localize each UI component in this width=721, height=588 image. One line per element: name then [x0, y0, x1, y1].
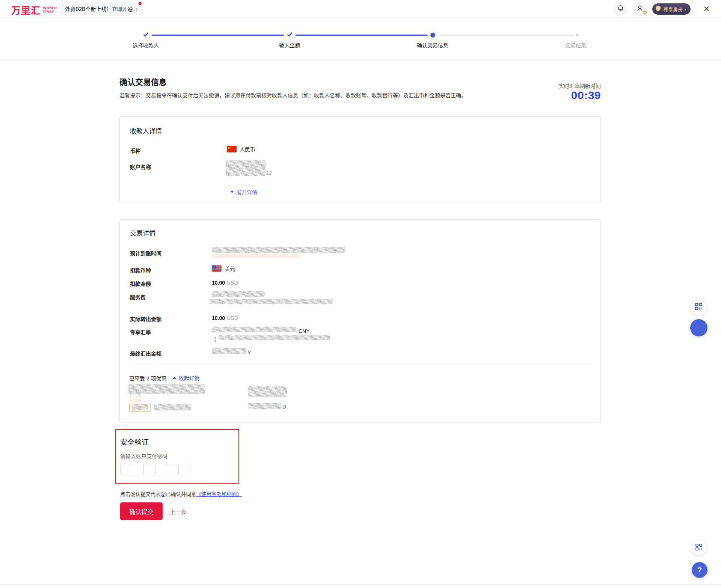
header-actions: 尊享身份 › ✕	[613, 2, 711, 17]
step4-future-dot	[576, 34, 578, 36]
debit-amount-currency: USD	[227, 280, 238, 286]
exchange-rate-label: 专享汇率	[130, 328, 151, 336]
notifications-button[interactable]	[613, 2, 627, 16]
payee-details-card: 收款人详情 币种 人民币 账户名称 12 展开详情	[119, 116, 601, 202]
header-divider	[696, 4, 696, 14]
final-amount-label: 最终汇出金额	[130, 350, 161, 357]
caret-down-icon	[230, 191, 234, 193]
collapse-details-link[interactable]: 收起详情	[173, 374, 200, 381]
step-label-result: 交易结果	[542, 41, 609, 49]
eta-redacted	[212, 247, 345, 253]
account-button[interactable]	[633, 2, 647, 16]
transaction-details-card: 交易详情 预计到账时间 扣款币种 美元 扣款金额 10.00 USD 服务费 实…	[119, 219, 601, 422]
debit-currency-value: 美元	[212, 265, 235, 272]
progress-segment	[296, 35, 428, 36]
rate-refresh-label: 实时汇率刷新时间	[559, 82, 601, 89]
payment-password-input	[120, 464, 190, 475]
qr-code-button[interactable]	[692, 541, 706, 555]
promo1-tag	[130, 395, 141, 401]
b2b-promo-banner[interactable]: 外贸B2B全新上线！立即开通 ›	[58, 2, 144, 15]
currency-label: 币种	[130, 147, 140, 154]
notification-dot	[139, 2, 142, 5]
step2-check-icon	[287, 31, 293, 36]
service-fee-label: 服务费	[130, 293, 146, 301]
help-button[interactable]: ?	[692, 562, 707, 578]
promo1-value-redacted	[248, 386, 287, 397]
pin-box-6[interactable]	[178, 464, 190, 475]
promo2-description-redacted	[154, 404, 191, 410]
page-title: 确认交易信息	[119, 76, 167, 87]
progress-segment-upcoming	[438, 35, 574, 36]
terms-link[interactable]: 《使用条款和细则》	[196, 492, 242, 497]
service-fee-redacted	[209, 299, 333, 304]
debit-currency-label: 扣款币种	[130, 266, 151, 274]
us-flag-icon	[212, 265, 222, 272]
eta-label: 预计到账时间	[130, 249, 161, 257]
logo-cn-text: 万里汇	[11, 3, 41, 17]
pin-box-2[interactable]	[132, 464, 144, 475]
actual-amount-value: 10.00 USD	[212, 315, 238, 321]
currency-text: 人民币	[240, 145, 255, 153]
final-amount-redacted	[212, 348, 246, 354]
close-button[interactable]: ✕	[701, 5, 711, 14]
service-fee-redacted	[212, 291, 265, 297]
promo-summary: 已享受 2 项优惠	[129, 374, 167, 382]
promo2-tag-redacted	[132, 404, 148, 410]
eta-highlight	[212, 254, 300, 258]
pin-box-5[interactable]	[167, 464, 179, 475]
pin-box-3[interactable]	[143, 464, 155, 475]
account-name-label: 账户名称	[130, 163, 151, 170]
worldfirst-logo[interactable]: 万里汇 WORLD FIRST	[11, 3, 57, 17]
qr-code-icon	[695, 544, 702, 552]
collapse-details-text: 收起详情	[179, 374, 200, 381]
qr-code-icon	[695, 303, 702, 312]
actual-amount-currency: USD	[227, 315, 238, 321]
agreement-text: 点击确认提交代表您已确认并同意	[120, 492, 196, 497]
progress-stepper: 选择收款人 输入金额 确认交易信息 交易结果	[0, 18, 721, 60]
pin-box-4[interactable]	[155, 464, 167, 475]
confirm-submit-button[interactable]: 确认提交	[120, 502, 163, 520]
promo1-description-redacted	[128, 384, 205, 394]
worldfirst-confirm-page: 万里汇 WORLD FIRST 外贸B2B全新上线！立即开通 ›	[0, 0, 721, 588]
exchange-rate-redacted	[212, 327, 296, 332]
card-divider	[129, 365, 592, 365]
exchange-rate-note-prefix: (	[214, 336, 216, 342]
gold-member-badge-icon	[643, 10, 647, 17]
qr-code-button[interactable]	[691, 300, 706, 315]
promo2-value-suffix: D	[282, 404, 286, 410]
exchange-rate-note-redacted	[218, 335, 330, 340]
logo-en-text: WORLD FIRST	[43, 6, 57, 14]
vip-status-pill[interactable]: 尊享身份 ›	[652, 3, 691, 15]
final-amount-suffix: Y	[247, 350, 251, 356]
vip-label: 尊享身份	[663, 6, 683, 13]
debit-amount-number: 10.00	[212, 280, 225, 286]
expand-details-link[interactable]: 展开详情	[230, 188, 257, 196]
chevron-right-icon: ›	[136, 6, 137, 12]
actual-amount-label: 实际转出金额	[130, 315, 161, 323]
debit-amount-label: 扣款金额	[130, 280, 151, 287]
bell-icon	[617, 5, 624, 14]
pin-box-1[interactable]	[120, 464, 132, 475]
page-bottom-edge	[0, 584, 721, 585]
promo2-value-redacted	[248, 403, 281, 409]
cn-flag-icon	[227, 146, 237, 152]
exchange-rate-suffix: CNY	[299, 328, 310, 334]
step-label-confirm-info: 确认交易信息	[399, 41, 466, 49]
notice-text: 温馨提示：交易指令在确认支付后无法撤销，建议您在付款前核对收款人信息（如：收款人…	[119, 91, 492, 100]
step3-current-dot	[430, 33, 435, 38]
account-name-redacted	[226, 160, 265, 176]
banner-text: 外贸B2B全新上线！立即开通	[65, 5, 133, 12]
step-label-select-payee: 选择收款人	[112, 41, 179, 49]
vip-gem-icon	[655, 5, 661, 13]
progress-segment	[152, 35, 284, 36]
payee-card-title: 收款人详情	[130, 126, 162, 135]
expand-details-text: 展开详情	[236, 188, 257, 196]
actual-amount-number: 10.00	[212, 315, 225, 321]
step-label-enter-amount: 输入金额	[256, 41, 323, 49]
security-title: 安全验证	[120, 437, 149, 447]
chevron-right-icon: ›	[685, 6, 686, 12]
step1-check-icon	[143, 31, 149, 36]
previous-step-link[interactable]: 上一步	[170, 508, 187, 516]
transaction-card-title: 交易详情	[130, 228, 155, 237]
assistant-button[interactable]	[690, 319, 707, 336]
